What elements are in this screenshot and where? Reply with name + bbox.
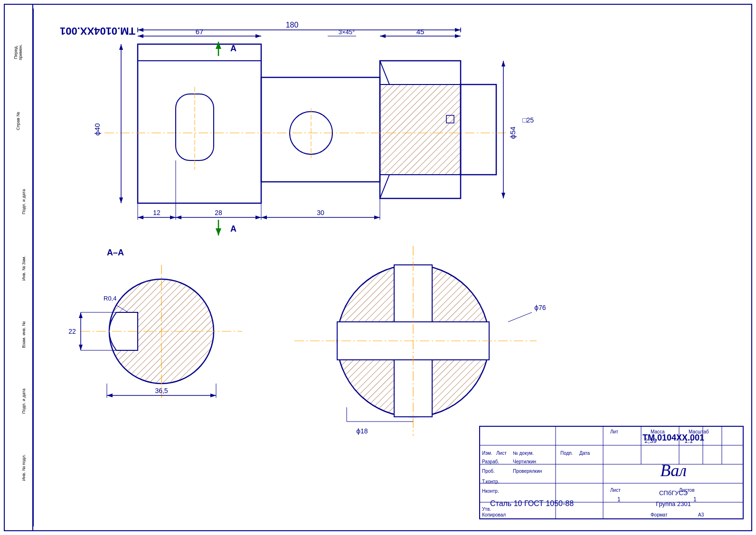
svg-marker-10 [138, 34, 143, 38]
svg-text:СПбГУСЭ: СПбГУСЭ [659, 489, 688, 497]
svg-marker-52 [170, 216, 176, 219]
svg-line-90 [508, 312, 532, 322]
svg-text:Лист: Лист [496, 451, 507, 456]
svg-marker-79 [107, 394, 113, 397]
svg-text:Т.контр.: Т.контр. [482, 479, 499, 484]
svg-text:12: 12 [153, 209, 161, 216]
svg-text:Группа 2301: Группа 2301 [656, 500, 691, 507]
svg-marker-16 [380, 34, 386, 38]
svg-text:Масса: Масса [651, 429, 665, 434]
svg-marker-71 [79, 312, 83, 318]
svg-text:ТМ.0104ХХ.001: ТМ.0104ХХ.001 [60, 25, 135, 37]
svg-text:Сталь 10 ГОСТ 1050-88: Сталь 10 ГОСТ 1050-88 [490, 499, 574, 507]
svg-text:Копировал: Копировал [482, 512, 506, 517]
svg-text:ϕ54: ϕ54 [509, 127, 517, 140]
svg-text:№ докум.: № докум. [513, 451, 534, 456]
svg-marker-39 [216, 228, 221, 235]
svg-rect-19 [138, 61, 261, 203]
svg-text:Проверялкин: Проверялкин [513, 469, 542, 474]
svg-marker-17 [455, 34, 461, 38]
svg-marker-36 [216, 42, 221, 49]
svg-text:67: 67 [196, 28, 204, 36]
svg-marker-47 [501, 193, 505, 198]
svg-text:36,5: 36,5 [155, 387, 168, 394]
svg-marker-46 [501, 61, 505, 66]
label-podp2: Подп. и дата [21, 382, 26, 420]
svg-marker-72 [79, 345, 83, 350]
svg-rect-28 [380, 84, 461, 175]
svg-marker-59 [261, 216, 267, 219]
svg-marker-56 [255, 216, 261, 219]
svg-rect-22 [261, 77, 380, 182]
svg-text:3×45°: 3×45° [339, 28, 355, 36]
svg-text:180: 180 [286, 21, 299, 29]
svg-text:Вал: Вал [660, 461, 687, 480]
svg-text:1:1: 1:1 [684, 437, 693, 444]
svg-text:А3: А3 [698, 512, 704, 517]
svg-marker-60 [374, 216, 380, 219]
svg-line-26 [380, 175, 389, 198]
svg-text:Лист: Лист [610, 488, 621, 493]
svg-text:Проб.: Проб. [482, 469, 495, 474]
svg-rect-21 [138, 44, 261, 203]
left-strip [4, 4, 33, 531]
svg-text:Лит: Лит [610, 429, 618, 434]
label-inv-zam: Инв. № Зам. [21, 249, 26, 287]
svg-text:Изм.: Изм. [482, 451, 492, 456]
svg-marker-51 [138, 216, 143, 219]
svg-text:Нконтр.: Нконтр. [482, 488, 499, 494]
main-svg: ТМ.0104ХХ.001 180 67 3×45° 45 [33, 9, 747, 526]
svg-marker-80 [210, 394, 216, 397]
svg-marker-11 [255, 34, 261, 38]
svg-text:Формат: Формат [651, 512, 668, 517]
svg-text:Чертилкин: Чертилкин [513, 459, 536, 464]
svg-text:А: А [230, 44, 236, 53]
svg-text:R0,4: R0,4 [104, 295, 116, 302]
svg-text:ϕ76: ϕ76 [534, 304, 546, 311]
svg-text:1: 1 [693, 496, 697, 503]
label-perechen: Перед. примен. [13, 39, 23, 66]
svg-text:□25: □25 [522, 116, 534, 124]
svg-text:Дата: Дата [579, 451, 590, 456]
svg-marker-42 [119, 44, 123, 50]
svg-rect-20 [138, 44, 261, 61]
svg-text:2,39: 2,39 [644, 437, 656, 444]
svg-marker-55 [176, 216, 181, 219]
svg-text:30: 30 [317, 209, 324, 216]
svg-text:Подп.: Подп. [560, 451, 573, 456]
svg-rect-24 [461, 84, 496, 175]
page: Перед. примен. Справ № Подп. и дата Инв.… [0, 0, 756, 535]
svg-text:ϕ40: ϕ40 [93, 123, 101, 136]
label-vzamen: Взам. инв. № [21, 316, 26, 354]
svg-line-25 [380, 61, 389, 84]
svg-text:А–А: А–А [107, 248, 124, 257]
svg-text:22: 22 [68, 328, 76, 335]
svg-text:28: 28 [215, 209, 222, 216]
svg-marker-7 [455, 28, 461, 32]
svg-marker-43 [119, 197, 123, 203]
label-sprav: Справ № [16, 108, 20, 134]
svg-text:ϕ18: ϕ18 [356, 427, 368, 435]
drawing-area: ТМ.0104ХХ.001 180 67 3×45° 45 [33, 9, 747, 526]
svg-text:45: 45 [416, 28, 425, 36]
svg-text:1: 1 [617, 496, 621, 503]
svg-text:А: А [230, 224, 236, 234]
label-inv-podl: Инв. № подл. [21, 449, 26, 487]
label-podp1: Подп. и дата [21, 183, 26, 221]
svg-text:Масштаб: Масштаб [689, 429, 709, 434]
svg-text:Разраб.: Разраб. [482, 459, 499, 464]
svg-marker-6 [138, 28, 143, 32]
